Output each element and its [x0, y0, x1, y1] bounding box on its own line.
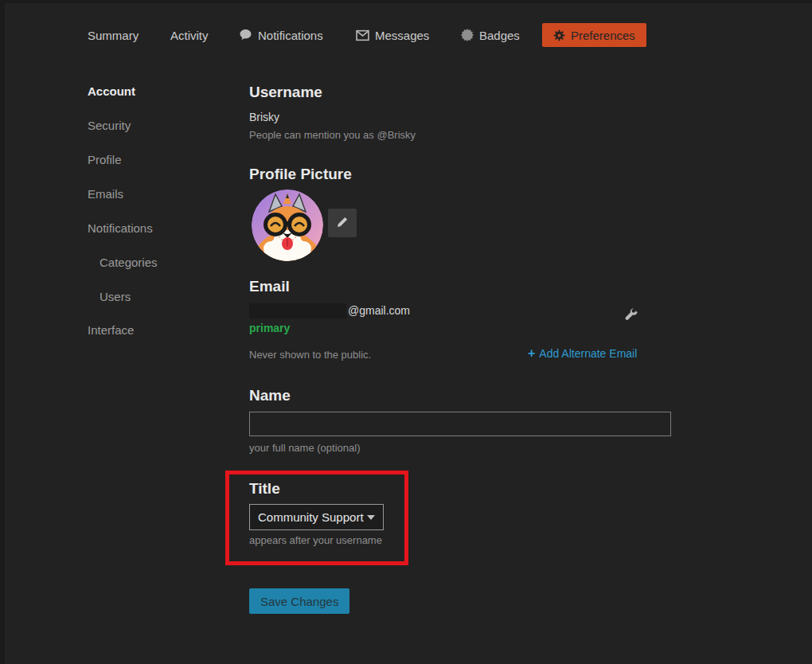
email-heading: Email — [249, 278, 290, 295]
avatar — [252, 189, 323, 261]
email-value: @gmail.com — [348, 304, 410, 318]
preferences-main: Username Brisky People can mention you a… — [249, 3, 671, 664]
title-dropdown[interactable]: Community Support — [249, 504, 384, 530]
sidebar-item-account[interactable]: Account — [88, 84, 135, 98]
username-value: Brisky — [249, 111, 279, 124]
name-input[interactable] — [249, 412, 671, 436]
chevron-down-icon — [367, 515, 375, 520]
sidebar-item-profile[interactable]: Profile — [88, 153, 122, 166]
name-heading: Name — [249, 387, 291, 404]
email-primary-badge: primary — [249, 322, 290, 334]
sidebar-item-interface[interactable]: Interface — [88, 323, 134, 337]
add-alternate-email-label: Add Alternate Email — [539, 347, 637, 360]
email-settings-button[interactable] — [624, 307, 638, 324]
username-heading: Username — [249, 84, 322, 101]
pencil-icon — [336, 216, 349, 231]
email-hint: Never shown to the public. — [249, 349, 371, 361]
sidebar-item-security[interactable]: Security — [88, 119, 131, 132]
title-heading: Title — [249, 480, 280, 498]
tab-activity[interactable]: Activity — [170, 23, 209, 47]
tab-summary[interactable]: Summary — [88, 23, 139, 47]
profile-picture-heading: Profile Picture — [249, 166, 352, 183]
title-hint: appears after your username — [249, 534, 382, 547]
wrench-icon — [624, 312, 638, 324]
sidebar-item-users[interactable]: Users — [100, 290, 131, 303]
edit-avatar-button[interactable] — [328, 209, 357, 237]
sidebar-item-categories[interactable]: Categories — [100, 256, 158, 269]
sidebar-item-emails[interactable]: Emails — [88, 187, 123, 201]
preferences-page: Summary Activity Notifications Messages … — [0, 0, 812, 664]
save-changes-button[interactable]: Save Changes — [249, 588, 349, 614]
add-alternate-email-link[interactable]: + Add Alternate Email — [528, 347, 637, 360]
tab-activity-label: Activity — [170, 29, 209, 42]
tab-summary-label: Summary — [88, 29, 139, 42]
name-hint: your full name (optional) — [249, 442, 360, 455]
email-redaction — [249, 303, 346, 318]
sidebar-item-notifications[interactable]: Notifications — [88, 221, 153, 235]
title-dropdown-value: Community Support — [258, 510, 364, 524]
username-hint: People can mention you as @Brisky — [249, 129, 416, 142]
plus-icon: + — [528, 348, 535, 359]
